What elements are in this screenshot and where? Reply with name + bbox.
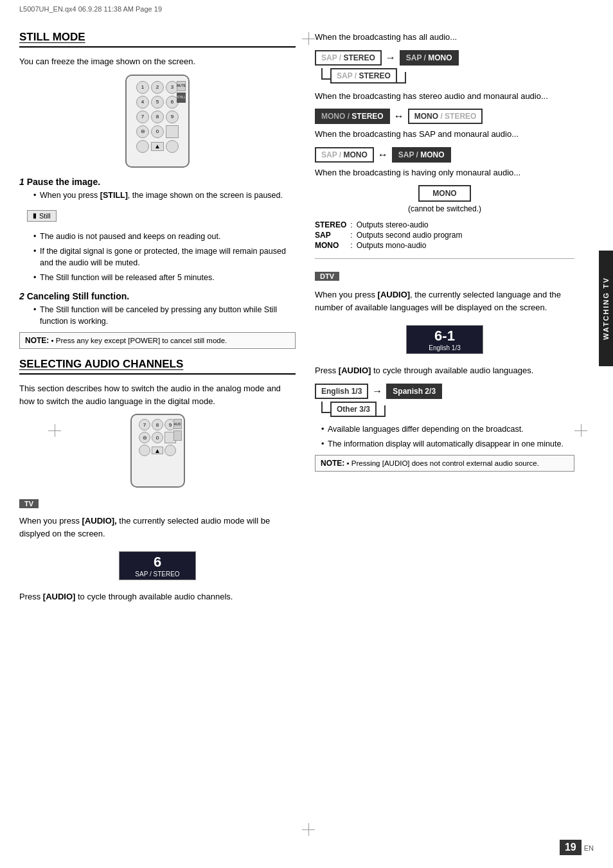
sap-mono-box-1: SAP / MONO <box>400 50 459 66</box>
btn-mute: MUTE <box>177 81 186 91</box>
lang-spanish-box: Spanish 2/3 <box>386 384 442 399</box>
btn-9: 9 <box>166 111 179 123</box>
btn-nav-right <box>166 140 179 153</box>
sap-stereo-box-loop: SAP / STEREO <box>330 68 397 84</box>
english-label: English 1/3 <box>429 344 460 351</box>
mono-stereo-light: MONO / STEREO <box>408 109 483 124</box>
all-audio-diagram: SAP / STEREO → SAP / MONO SAP / STEREO <box>315 50 574 84</box>
step1-bullets: When you press [STILL], the image shown … <box>27 190 296 201</box>
sap-stereo-box-1: SAP / STEREO <box>315 50 382 66</box>
still-mode-title: STILL MODE <box>19 31 296 48</box>
still-mode-description: You can freeze the image shown on the sc… <box>19 55 296 68</box>
btn-4: 4 <box>136 96 149 109</box>
dtv-bullet-2: The information display will automatical… <box>321 438 574 450</box>
step2-content: The Still function will be canceled by p… <box>27 304 296 327</box>
page-number: 19 <box>560 840 582 855</box>
definitions-table: STEREO : Outputs stereo-audio SAP : Outp… <box>315 220 466 251</box>
sap-mono-dark: SAP / MONO <box>392 147 451 163</box>
btn-7: 7 <box>136 111 149 123</box>
step1-bullet-3: If the digital signal is gone or protect… <box>33 245 296 269</box>
lang-diagram: English 1/3 → Spanish 2/3 Other 3/3 <box>315 384 574 417</box>
selecting-audio-section: SELECTING AUDIO CHANNELS This section de… <box>19 358 296 603</box>
def-stereo: STEREO <box>315 220 350 230</box>
selecting-audio-title: SELECTING AUDIO CHANNELS <box>19 358 296 375</box>
stereo-mono-intro: When the broadcasting has stereo audio a… <box>315 90 574 103</box>
remote-illustration: 1 2 3 4 5 6 7 8 9 ⊖ 0 <box>125 75 190 168</box>
def-stereo-row: STEREO : Outputs stereo-audio <box>315 220 466 230</box>
mono-only-intro: When the broadcasting is having only mon… <box>315 166 574 179</box>
crosshair-top <box>302 32 315 45</box>
def-sap-colon: : <box>350 230 356 240</box>
divider <box>315 258 574 259</box>
step2: 2 Canceling Still function. The Still fu… <box>19 291 296 327</box>
btn-5: 5 <box>151 96 164 109</box>
page-lang: EN <box>584 844 594 852</box>
dtv-display: 6-1 English 1/3 <box>406 325 483 354</box>
mono-only-diagram: MONO (cannot be switched.) <box>315 185 574 213</box>
tv-intro: When you press [AUDIO], the currently se… <box>19 515 296 540</box>
step1-bullet-1: When you press [STILL], the image shown … <box>33 190 296 201</box>
dtv-note-box: NOTE: • Pressing [AUDIO] does not contro… <box>315 455 574 472</box>
crosshair-bottom <box>302 823 315 836</box>
def-mono-row: MONO : Outputs mono-audio <box>315 240 466 251</box>
arrow-both-2: ↔ <box>378 149 388 161</box>
watching-tv-tab: WATCHING TV <box>599 251 613 366</box>
btn-square <box>166 125 179 138</box>
lang-other-box: Other 3/3 <box>330 402 377 417</box>
btn-nav-left <box>136 140 149 153</box>
still-badge: ▮ Still <box>27 210 57 222</box>
step1-bullets-extra: The audio is not paused and keeps on rea… <box>27 231 296 284</box>
lang-english-box: English 1/3 <box>315 384 368 399</box>
tv-instruction: Press [AUDIO] to cycle through available… <box>19 590 296 603</box>
btn-8: 8 <box>151 111 164 123</box>
still-note-box: NOTE: • Press any key except [POWER] to … <box>19 332 296 349</box>
left-column: STILL MODE You can freeze the image show… <box>19 31 296 610</box>
dtv-bullet-1: Available languages differ depending on … <box>321 423 574 435</box>
btn-0: 0 <box>151 125 164 138</box>
btn-1: 1 <box>136 81 149 94</box>
header-bar: L5007UH_EN.qx4 06.9.28 11:38 AM Page 19 <box>0 0 613 18</box>
mono-box: MONO <box>418 185 470 202</box>
btn-nav-up: ▲ <box>151 142 164 151</box>
def-stereo-text: Outputs stereo-audio <box>357 220 466 230</box>
still-badge-icon: ▮ <box>33 212 37 219</box>
dtv-badge: DTV <box>315 272 339 281</box>
sap-mono-diagram: SAP / MONO ↔ SAP / MONO <box>315 147 574 163</box>
crosshair-right <box>574 424 587 437</box>
step1-bullet-2: The audio is not paused and keeps on rea… <box>33 231 296 242</box>
def-sap-text: Outputs second audio program <box>357 230 466 240</box>
page-number-area: 19 EN <box>560 840 594 855</box>
selecting-audio-description: This section describes how to switch the… <box>19 382 296 407</box>
all-audio-intro: When the broadcasting has all audio... <box>315 31 574 44</box>
def-mono: MONO <box>315 240 350 251</box>
cannot-switch-text: (cannot be switched.) <box>408 204 481 213</box>
btn-2: 2 <box>151 81 164 94</box>
crosshair-left <box>48 424 61 437</box>
def-mono-text: Outputs mono-audio <box>357 240 466 251</box>
step1-content: When you press [STILL], the image shown … <box>27 190 296 284</box>
step2-number: 2 Canceling Still function. <box>19 291 296 301</box>
btn-circle-left: ⊖ <box>136 125 149 138</box>
definitions-area: STEREO : Outputs stereo-audio SAP : Outp… <box>315 220 574 251</box>
def-mono-colon: : <box>350 240 356 251</box>
step1-bullet-4: The Still function will be released afte… <box>33 272 296 283</box>
mono-stereo-dark: MONO / STEREO <box>315 109 390 124</box>
arrow-right-1: → <box>386 52 396 64</box>
audio-display: 6 SAP / STEREO <box>119 551 196 580</box>
def-sap: SAP <box>315 230 350 240</box>
step2-bullets: The Still function will be canceled by p… <box>27 304 296 327</box>
sap-mono-intro: When the broadcasting has SAP and monaur… <box>315 128 574 141</box>
def-stereo-colon: : <box>350 220 356 230</box>
right-column: When the broadcasting has all audio... S… <box>315 31 594 610</box>
dtv-instruction: Press [AUDIO] to cycle through available… <box>315 364 574 377</box>
main-content: STILL MODE You can freeze the image show… <box>0 18 613 623</box>
arrow-both-1: ↔ <box>394 111 404 122</box>
step1: 1 Pause the image. When you press [STILL… <box>19 177 296 284</box>
btn-still-highlight: STILL <box>177 93 186 103</box>
dtv-intro: When you press [AUDIO], the currently se… <box>315 288 574 314</box>
step2-bullet-1: The Still function will be canceled by p… <box>33 304 296 327</box>
lang-arrow-right: → <box>372 385 382 397</box>
remote-illustration-2: 7 8 9 ⊖ 0 ▲ <box>130 414 185 488</box>
step1-number: 1 Pause the image. <box>19 177 296 187</box>
def-sap-row: SAP : Outputs second audio program <box>315 230 466 240</box>
